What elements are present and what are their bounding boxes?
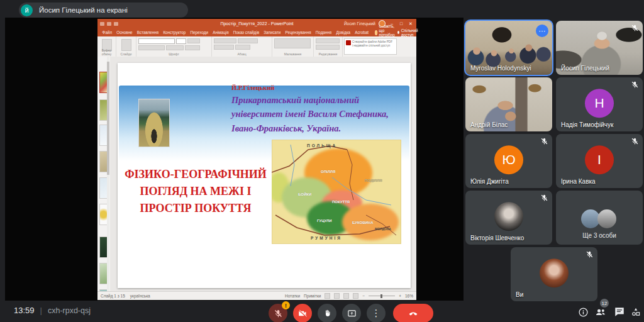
hand-icon — [323, 309, 331, 318]
leave-call-button[interactable] — [393, 304, 433, 322]
participant-tile[interactable]: ⋯ Myroslav Holodynskyi — [465, 21, 552, 75]
lightbulb-icon — [375, 30, 377, 35]
status-language[interactable]: українська — [130, 294, 150, 298]
ribbon-group-clipboard[interactable]: Буфер обміну — [97, 36, 116, 57]
bold-italic-underline[interactable] — [138, 45, 165, 50]
presenting-banner-text: Йосип Гілецький на екрані — [39, 6, 128, 14]
view-normal-icon[interactable] — [325, 293, 330, 299]
ppt-ribbon: Буфер обміну Слайди Шрифт Абзац — [97, 36, 416, 57]
acrobat-pdf-box[interactable]: Створюйте файли Adobe PDF і надавайте сп… — [344, 38, 397, 55]
tab-acrobat[interactable]: Acrobat — [353, 30, 371, 35]
ppt-share-button[interactable]: Спільний доступ — [397, 28, 419, 37]
zoom-percent[interactable]: 16% — [405, 294, 413, 298]
ppt-ribbon-tabs: Файл Основне Вставлення Конструктор Пере… — [97, 28, 416, 36]
tab-record[interactable]: Записати — [262, 30, 283, 35]
ribbon-group-font[interactable]: Шрифт — [136, 36, 212, 57]
presenting-banner: й Йосип Гілецький на екрані — [19, 3, 188, 18]
mic-off-icon — [631, 24, 639, 32]
divider: | — [40, 306, 42, 315]
font-color[interactable] — [166, 45, 184, 50]
participant-name: Вікторія Шевченко — [470, 235, 524, 242]
zoom-slider[interactable] — [369, 296, 395, 296]
ppt-account-avatar[interactable] — [379, 20, 386, 27]
status-comments-button[interactable]: Примітки — [304, 294, 321, 298]
view-slideshow-icon[interactable] — [353, 293, 358, 299]
raise-hand-button[interactable] — [318, 304, 336, 322]
mic-off-icon — [274, 309, 283, 318]
ribbon-group-slides[interactable]: Слайди — [116, 36, 136, 57]
map-label-moldova: МОЛДОВА — [375, 227, 391, 231]
indent-buttons[interactable] — [238, 38, 258, 43]
slide-canvas[interactable]: Й.Р.Гілецький Прикарпатський національни… — [118, 63, 411, 288]
zoom-in-button[interactable]: + — [399, 294, 401, 298]
mic-off-icon — [540, 194, 548, 202]
maximize-button[interactable]: □ — [398, 21, 404, 26]
tab-review[interactable]: Рецензування — [283, 30, 313, 35]
meeting-details-button[interactable] — [576, 305, 590, 319]
slide-thumbnail-panel — [97, 57, 111, 291]
shapes-gallery[interactable] — [274, 38, 311, 48]
char-spacing[interactable] — [185, 45, 200, 50]
tab-insert[interactable]: Вставлення — [135, 30, 161, 35]
slide-title: ФІЗИКО-ГЕОГРАФІЧНИЙ ПОГЛЯД НА МЕЖІ І ПРО… — [123, 166, 269, 217]
activities-button[interactable] — [629, 305, 643, 319]
camera-toggle-button[interactable] — [293, 304, 312, 322]
ppt-account-name[interactable]: Йосип Гілецький — [344, 21, 375, 26]
thumbnail-scrollbar[interactable] — [107, 57, 109, 291]
align-buttons[interactable] — [214, 45, 234, 50]
minimize-button[interactable]: – — [389, 21, 395, 26]
ribbon-group-drawing[interactable]: Малювання — [272, 36, 314, 57]
tab-home[interactable]: Основне — [114, 30, 135, 35]
participant-tile-self[interactable]: Ви — [511, 247, 597, 301]
find-button[interactable] — [316, 38, 340, 43]
ribbon-group-editing[interactable]: Редагування — [314, 36, 343, 57]
chat-button[interactable] — [613, 305, 626, 319]
tile-options-button[interactable]: ⋯ — [536, 25, 548, 37]
avatar: І — [585, 145, 614, 174]
tab-animations[interactable]: Анімація — [211, 30, 231, 35]
mic-off-icon — [586, 250, 594, 258]
tab-design[interactable]: Конструктор — [161, 30, 188, 35]
mic-toggle-button[interactable]: ! — [269, 304, 287, 322]
participant-name: Андрій Білас — [470, 121, 508, 128]
present-button[interactable] — [342, 304, 361, 322]
participant-tile[interactable]: І Ірина Кавка — [556, 134, 643, 188]
replace-button[interactable] — [316, 45, 340, 50]
tab-slideshow[interactable]: Показ слайдів — [231, 30, 261, 35]
tab-transitions[interactable]: Переходи — [188, 30, 211, 35]
participants-panel: ⋯ Myroslav Holodynskyi Йосип Гілецький А… — [465, 21, 643, 301]
participant-tile[interactable]: Йосип Гілецький — [556, 21, 643, 75]
ribbon-group-paragraph[interactable]: Абзац — [212, 36, 272, 57]
view-reading-icon[interactable] — [343, 293, 349, 299]
participant-name: Ви — [516, 291, 523, 298]
bullets-numbering[interactable] — [214, 38, 236, 43]
ppt-status-bar: Слайд 1 з 15 українська Нотатки Примітки… — [97, 291, 416, 300]
grow-shrink-font[interactable] — [187, 38, 200, 43]
acrobat-icon — [346, 40, 351, 45]
participant-tile[interactable]: Ю Юлія Джигіта — [465, 134, 552, 188]
new-slide-button[interactable] — [121, 39, 131, 51]
tab-view[interactable]: Подання — [313, 30, 334, 35]
participant-tile[interactable]: Андрій Білас — [465, 77, 552, 131]
font-size-box[interactable] — [176, 38, 186, 44]
participant-tile[interactable]: Вікторія Шевченко — [465, 191, 552, 245]
person-icon — [397, 31, 399, 34]
status-notes-button[interactable]: Нотатки — [285, 294, 300, 298]
zoom-out-button[interactable]: − — [362, 294, 365, 298]
map-label-podillia: ПОДІЛЛЯ — [365, 179, 382, 182]
avatar: Н — [585, 89, 614, 118]
presenter-avatar: й — [21, 4, 33, 16]
view-sorter-icon[interactable] — [334, 293, 340, 299]
participant-tile[interactable]: Н Надія Тимофійчук — [556, 77, 643, 131]
participant-tile-overflow[interactable]: Ще 3 особи — [556, 191, 643, 245]
participant-name: Юлія Джигіта — [470, 178, 509, 185]
columns-button[interactable] — [235, 45, 250, 50]
font-name-box[interactable] — [138, 38, 175, 44]
tab-file[interactable]: Файл — [100, 30, 114, 35]
group-avatars — [581, 209, 618, 228]
tab-help[interactable]: Довідка — [334, 30, 353, 35]
avatar — [494, 202, 523, 231]
more-options-button[interactable]: ⋮ — [367, 304, 386, 322]
end-call-icon — [408, 308, 419, 319]
close-button[interactable]: ✕ — [408, 21, 414, 26]
